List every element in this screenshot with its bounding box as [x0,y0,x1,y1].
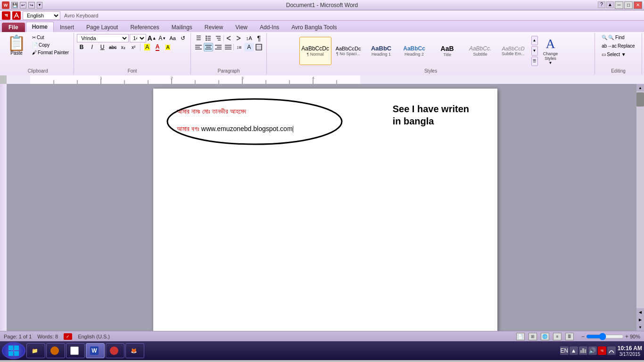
justify-btn[interactable] [223,43,233,51]
style-normal[interactable]: AaBbCcDc ¶ Normal [299,37,331,65]
taskbar-word[interactable]: W [86,343,105,358]
maximize-btn[interactable]: □ [624,1,633,9]
styles-controls: AaBbCcDc ¶ Normal AaBbCcDc ¶ No Spaci...… [299,34,562,67]
redo-quick-btn[interactable]: ↪ [28,2,35,8]
change-styles-button[interactable]: A ChangeStyles ▼ [539,35,562,66]
zoom-in-btn[interactable]: + [625,333,628,340]
decrease-indent-btn[interactable] [224,34,234,42]
shading-btn[interactable]: A [244,43,254,51]
tab-avro-bangla-tools[interactable]: Avro Bangla Tools [285,22,343,32]
style-subtitle[interactable]: AaBbCc. Subtitle [464,37,496,65]
style-heading2[interactable]: AaBbCc Heading 2 [398,37,430,65]
align-right-btn[interactable] [214,43,223,51]
para-divider2 [233,44,234,50]
taskbar-files[interactable]: 📁 [26,343,45,358]
tab-review[interactable]: Review [198,22,229,32]
bullet-list-btn[interactable]: ☰ [194,34,203,42]
tab-mailings[interactable]: Mailings [165,22,198,32]
save-quick-btn[interactable]: 💾 [11,2,18,8]
scroll-up-btn[interactable]: ▲ [636,84,644,91]
view-fullscreen-btn[interactable]: ⊞ [528,333,537,340]
qa-more-btn[interactable]: ▼ [37,2,42,8]
numbered-list-btn[interactable] [204,34,213,42]
increase-indent-btn[interactable] [234,34,244,42]
change-case-btn[interactable]: Aa [168,34,177,42]
italic-button[interactable]: I [87,43,97,51]
title-bar: W 💾 ↩ ↪ ▼ Document1 - Microsoft Word ? ▲… [0,0,644,10]
taskbar-firefox[interactable]: 🦊 [125,343,144,358]
view-print-btn[interactable]: 📄 [516,333,525,340]
zoom-out-btn[interactable]: − [581,333,585,340]
sort-btn[interactable]: ↕A [244,34,254,42]
paste-button[interactable]: 📋 Paste [5,34,28,57]
styles-scroll-up[interactable]: ▲ [531,36,538,45]
style-subtle-em[interactable]: AaBbCcD Subtle Em... [497,37,529,65]
paragraph-group: ☰ ↕A ¶ [191,33,267,74]
help-btn[interactable]: ? [598,1,605,8]
superscript-button[interactable]: x² [129,43,138,51]
next-page-btn[interactable]: ▶ [636,316,644,323]
prev-page-btn[interactable]: ◀ [636,308,644,316]
underline-button[interactable]: U [98,43,107,51]
lang-icon[interactable]: EN [560,346,569,355]
right-scrollbar: ▲ ◀ ▶ ▼ [636,84,644,331]
view-web-btn[interactable]: 🌐 [541,333,549,340]
highlight-color-btn[interactable]: A [163,43,173,51]
format-painter-button[interactable]: 🖌 Format Painter [30,49,71,56]
font-size-select[interactable]: 14 10 12 16 [130,34,146,42]
font-color-btn[interactable]: A [153,43,162,51]
taskbar-app2[interactable] [46,343,65,358]
minimize-btn[interactable]: ─ [615,1,623,9]
grow-font-btn[interactable]: A▲ [147,34,157,42]
copy-button[interactable]: 📄 Copy [30,41,71,49]
spell-check-icon[interactable]: ✓ [64,333,72,340]
close-btn[interactable]: ✕ [634,1,642,9]
strikethrough-button[interactable]: abc [108,43,117,51]
tab-file[interactable]: File [2,23,25,32]
start-button[interactable] [2,342,25,359]
taskbar-app2-icon [50,346,59,355]
align-center-btn[interactable] [204,43,213,51]
bold-button[interactable]: B [77,43,86,51]
border-btn[interactable] [254,43,264,51]
styles-scroll-down[interactable]: ▼ [531,46,538,56]
expand-tray-btn[interactable]: ▲ [570,346,578,355]
tab-page-layout[interactable]: Page Layout [80,22,124,32]
style-title[interactable]: AaB Title [431,37,463,65]
ribbon-content: 📋 Paste ✂ Cut 📄 Copy 🖌 Format Painter Cl… [0,32,644,75]
document-page[interactable]: আমার নামঃ মোঃ তানভীর আহমেদ আমার বগঃ www.… [153,89,497,331]
zoom-slider[interactable] [586,334,624,339]
tab-home[interactable]: Home [26,22,54,32]
style-no-spacing[interactable]: AaBbCcDc ¶ No Spaci... [332,37,364,65]
text-highlight-btn[interactable]: A [142,43,152,51]
font-family-select[interactable]: Vrinda Times New Roman Arial [77,34,129,42]
style-heading1[interactable]: AaBbC Heading 1 [365,37,397,65]
view-outline-btn[interactable]: ≡ [553,333,561,340]
align-left-btn[interactable] [194,43,203,51]
subscript-button[interactable]: x₂ [118,43,128,51]
cut-button[interactable]: ✂ Cut [30,34,71,41]
shrink-font-btn[interactable]: A▼ [157,34,167,42]
tab-view[interactable]: View [229,22,254,32]
view-draft-btn[interactable]: ≣ [565,333,574,340]
undo-quick-btn[interactable]: ↩ [20,2,26,8]
taskbar-app3[interactable] [66,343,85,358]
tab-insert[interactable]: Insert [54,22,80,32]
find-button[interactable]: 🔍 🔍 Find [600,34,636,41]
line-spacing-btn[interactable]: ↕≡ [234,43,244,51]
language-selector[interactable]: English বাংলা [23,11,60,20]
scroll-down-btn[interactable]: ▼ [636,323,644,331]
word-count: Words: 8 [37,334,58,339]
tab-references[interactable]: References [124,22,165,32]
styles-more[interactable]: ☰ [531,57,538,66]
show-hide-btn[interactable]: ¶ [254,34,264,42]
replace-button[interactable]: ab→ac Replace [600,42,636,49]
ribbon-collapse-btn[interactable]: ▲ [606,1,614,8]
taskbar-app5[interactable] [106,343,124,358]
volume-icon[interactable]: 🔊 [588,346,597,355]
scroll-thumb[interactable] [636,92,644,107]
clear-formatting-btn[interactable]: ↺ [178,34,188,42]
tab-add-ins[interactable]: Add-Ins [254,22,285,32]
multilevel-list-btn[interactable] [214,34,223,42]
select-button[interactable]: ▭ Select ▼ [600,51,636,58]
